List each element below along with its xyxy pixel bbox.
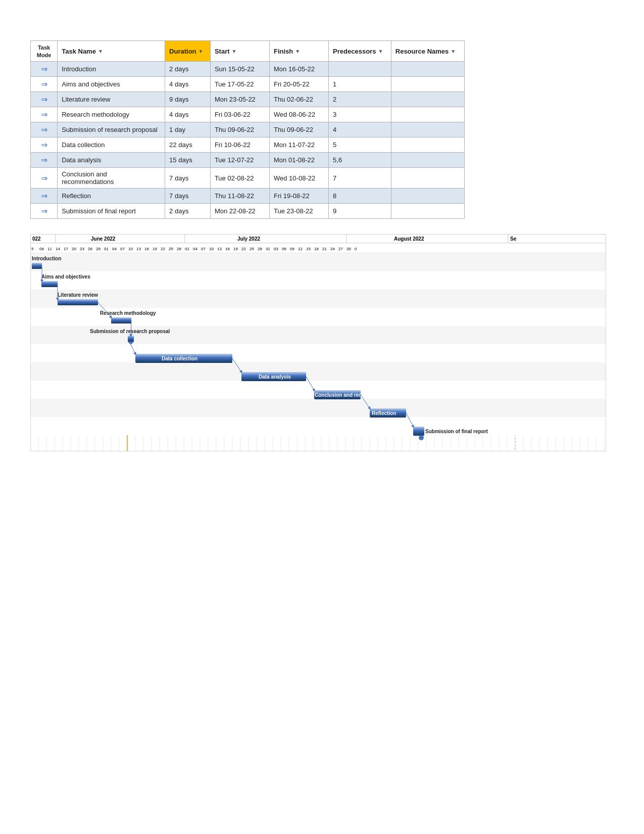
start-cell: Mon 23-05-22 bbox=[210, 92, 269, 107]
start-cell: Mon 22-08-22 bbox=[210, 204, 269, 219]
page-container: TaskMode Task Name ▼ Duration ▼ bbox=[0, 0, 644, 493]
table-header-row: TaskMode Task Name ▼ Duration ▼ bbox=[31, 41, 465, 62]
task-name-cell: Conclusion and recommendations bbox=[58, 168, 165, 189]
svg-rect-127 bbox=[30, 253, 606, 271]
svg-text:Submission of research proposa: Submission of research proposal bbox=[90, 329, 170, 334]
start-cell: Fri 10-06-22 bbox=[210, 137, 269, 153]
task-mode-icon: ⇒ bbox=[41, 80, 47, 88]
th-start[interactable]: Start ▼ bbox=[210, 41, 269, 62]
svg-text:28: 28 bbox=[258, 247, 262, 251]
svg-text:25: 25 bbox=[250, 247, 254, 251]
svg-rect-149 bbox=[111, 317, 131, 323]
svg-text:022: 022 bbox=[32, 236, 41, 242]
svg-rect-129 bbox=[30, 290, 606, 308]
resource-names-cell bbox=[391, 204, 464, 219]
resource-names-cell bbox=[391, 107, 464, 122]
svg-rect-135 bbox=[30, 399, 606, 417]
resource-names-cell bbox=[391, 122, 464, 137]
th-predecessors[interactable]: Predecessors ▼ bbox=[329, 41, 391, 62]
svg-text:19: 19 bbox=[153, 247, 157, 251]
table-body: ⇒Introduction2 daysSun 15-05-22Mon 16-05… bbox=[31, 62, 465, 219]
task-mode-icon: ⇒ bbox=[41, 125, 47, 134]
svg-text:24: 24 bbox=[330, 247, 335, 251]
task-name-cell: Data collection bbox=[58, 137, 165, 153]
task-name-cell: Introduction bbox=[58, 62, 165, 77]
svg-rect-138 bbox=[32, 263, 42, 269]
svg-text:July 2022: July 2022 bbox=[237, 236, 260, 242]
svg-rect-172 bbox=[413, 427, 424, 436]
finish-cell: Thu 09-06-22 bbox=[270, 122, 329, 137]
th-duration[interactable]: Duration ▼ bbox=[165, 41, 211, 62]
svg-text:16: 16 bbox=[144, 247, 149, 251]
svg-text:June 2022: June 2022 bbox=[91, 236, 116, 242]
duration-cell: 2 days bbox=[165, 204, 211, 219]
task-mode-icon: ⇒ bbox=[41, 95, 47, 104]
duration-cell: 1 day bbox=[165, 122, 211, 137]
svg-text:22: 22 bbox=[161, 247, 165, 251]
svg-text:5: 5 bbox=[31, 247, 34, 251]
table-row: ⇒Submission of final report2 daysMon 22-… bbox=[31, 204, 465, 219]
predecessors-cell: 2 bbox=[329, 92, 391, 107]
duration-cell: 7 days bbox=[165, 189, 211, 204]
svg-text:Se: Se bbox=[510, 236, 517, 242]
th-resource-names[interactable]: Resource Names ▼ bbox=[391, 41, 464, 62]
svg-rect-7 bbox=[346, 234, 508, 243]
task-name-cell: Aims and objectives bbox=[58, 77, 165, 92]
svg-text:01: 01 bbox=[104, 247, 109, 251]
svg-text:10: 10 bbox=[209, 247, 214, 251]
task-name-cell: Submission of research proposal bbox=[58, 122, 165, 137]
resource-names-cell bbox=[391, 153, 464, 168]
task-name-cell: Reflection bbox=[58, 189, 165, 204]
task-mode-cell: ⇒ bbox=[31, 189, 58, 204]
task-mode-cell: ⇒ bbox=[31, 107, 58, 122]
finish-cell: Fri 20-05-22 bbox=[270, 77, 329, 92]
svg-text:14: 14 bbox=[56, 247, 60, 251]
task-mode-icon: ⇒ bbox=[41, 192, 47, 200]
svg-point-174 bbox=[419, 435, 424, 440]
sort-icon: ▼ bbox=[451, 49, 456, 54]
predecessors-cell bbox=[329, 62, 391, 77]
th-task-name[interactable]: Task Name ▼ bbox=[58, 41, 165, 62]
svg-text:Literature review: Literature review bbox=[58, 292, 98, 298]
svg-text:Research methodology: Research methodology bbox=[100, 310, 156, 316]
finish-cell: Mon 16-05-22 bbox=[270, 62, 329, 77]
svg-text:06: 06 bbox=[282, 247, 286, 251]
svg-text:Aims and objectives: Aims and objectives bbox=[41, 274, 90, 280]
task-mode-cell: ⇒ bbox=[31, 168, 58, 189]
gantt-svg: 022 June 2022 July 2022 August 2022 Se 5… bbox=[30, 234, 606, 451]
gantt-chart: 022 June 2022 July 2022 August 2022 Se 5… bbox=[30, 234, 614, 453]
task-mode-cell: ⇒ bbox=[31, 122, 58, 137]
svg-text:21: 21 bbox=[322, 247, 327, 251]
svg-text:08: 08 bbox=[39, 247, 44, 251]
svg-rect-132 bbox=[30, 344, 606, 362]
table-row: ⇒Data analysis15 daysTue 12-07-22Mon 01-… bbox=[31, 153, 465, 168]
table-row: ⇒Reflection7 daysThu 11-08-22Fri 19-08-2… bbox=[31, 189, 465, 204]
table-row: ⇒Aims and objectives4 daysTue 17-05-22Fr… bbox=[31, 77, 465, 92]
svg-text:03: 03 bbox=[274, 247, 278, 251]
svg-text:Introduction: Introduction bbox=[32, 256, 61, 261]
predecessors-cell: 9 bbox=[329, 204, 391, 219]
svg-text:August 2022: August 2022 bbox=[394, 236, 424, 242]
svg-text:Conclusion and recommendations: Conclusion and recommendations bbox=[315, 392, 398, 398]
svg-text:18: 18 bbox=[314, 247, 319, 251]
duration-cell: 7 days bbox=[165, 168, 211, 189]
th-finish[interactable]: Finish ▼ bbox=[270, 41, 329, 62]
svg-text:15: 15 bbox=[306, 247, 311, 251]
svg-rect-153 bbox=[128, 336, 134, 342]
svg-text:11: 11 bbox=[47, 247, 52, 251]
start-cell: Sun 15-05-22 bbox=[210, 62, 269, 77]
predecessors-cell: 4 bbox=[329, 122, 391, 137]
finish-cell: Wed 08-06-22 bbox=[270, 107, 329, 122]
task-name-cell: Submission of final report bbox=[58, 204, 165, 219]
resource-names-cell bbox=[391, 137, 464, 153]
svg-rect-128 bbox=[30, 271, 606, 290]
start-cell: Fri 03-06-22 bbox=[210, 107, 269, 122]
table-row: ⇒Conclusion and recommendations7 daysTue… bbox=[31, 168, 465, 189]
svg-text:Data analysis: Data analysis bbox=[259, 374, 291, 380]
start-cell: Tue 02-08-22 bbox=[210, 168, 269, 189]
svg-text:13: 13 bbox=[136, 247, 141, 251]
predecessors-cell: 8 bbox=[329, 189, 391, 204]
svg-text:26: 26 bbox=[88, 247, 92, 251]
task-mode-cell: ⇒ bbox=[31, 153, 58, 168]
predecessors-cell: 7 bbox=[329, 168, 391, 189]
